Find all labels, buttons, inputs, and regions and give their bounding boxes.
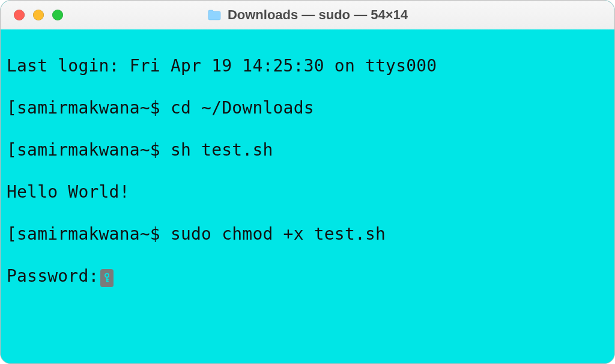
prompt: samirmakwana~$	[17, 224, 171, 244]
minimize-button[interactable]	[33, 10, 44, 20]
prompt-marker: [	[7, 98, 17, 118]
cmd-line-3: [samirmakwana~$ sudo chmod +x test.sh	[7, 223, 608, 244]
svg-rect-2	[106, 279, 109, 281]
output-line: Hello World!	[7, 181, 608, 202]
svg-rect-3	[106, 281, 109, 282]
window-title-text: Downloads — sudo — 54×14	[228, 7, 408, 23]
password-line: Password:	[7, 265, 608, 287]
command-text: cd ~/Downloads	[171, 98, 314, 118]
cmd-line-1: [samirmakwana~$ cd ~/Downloads	[7, 97, 608, 118]
window-title: Downloads — sudo — 54×14	[207, 7, 408, 23]
title-bar: Downloads — sudo — 54×14	[1, 1, 614, 30]
key-icon	[100, 269, 114, 287]
prompt-marker: [	[7, 224, 17, 244]
command-text: sh test.sh	[171, 140, 273, 160]
prompt: samirmakwana~$	[17, 98, 171, 118]
close-button[interactable]	[14, 10, 25, 20]
last-login-line: Last login: Fri Apr 19 14:25:30 on ttys0…	[7, 55, 608, 76]
traffic-lights	[14, 10, 63, 20]
terminal-window: Downloads — sudo — 54×14 Last login: Fri…	[0, 0, 615, 364]
zoom-button[interactable]	[52, 10, 63, 20]
password-label: Password:	[7, 266, 99, 286]
terminal-body[interactable]: Last login: Fri Apr 19 14:25:30 on ttys0…	[1, 29, 614, 363]
prompt-marker: [	[7, 140, 17, 160]
command-text: sudo chmod +x test.sh	[171, 224, 386, 244]
folder-icon	[207, 9, 222, 21]
svg-point-0	[105, 273, 108, 277]
cmd-line-2: [samirmakwana~$ sh test.sh	[7, 139, 608, 160]
prompt: samirmakwana~$	[17, 140, 171, 160]
